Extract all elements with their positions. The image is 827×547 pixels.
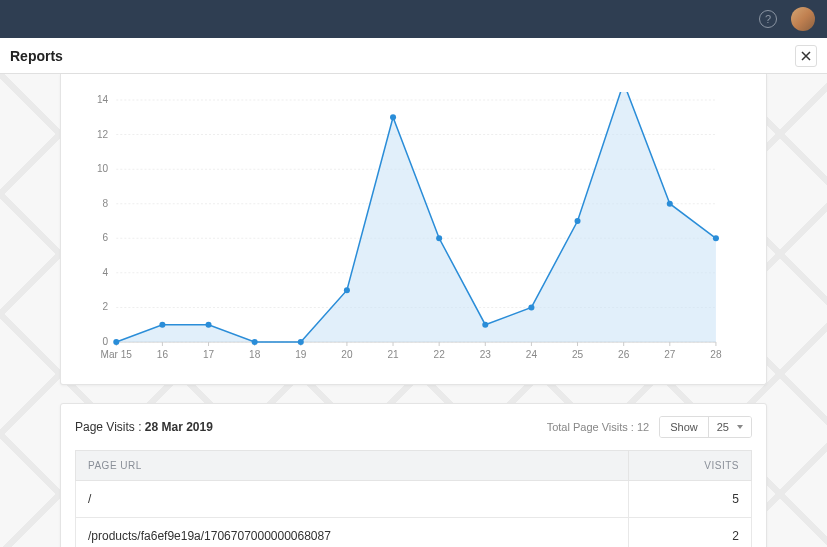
cell-url: /products/fa6ef9e19a/1706707000000068087 (76, 518, 629, 548)
total-visits-label: Total Page Visits : 12 (547, 421, 650, 433)
svg-point-48 (252, 339, 258, 345)
svg-text:16: 16 (157, 349, 169, 360)
help-glyph: ? (765, 13, 771, 25)
svg-text:4: 4 (103, 267, 109, 278)
visits-controls: Total Page Visits : 12 Show 25 (547, 416, 752, 438)
cell-visits: 5 (628, 481, 751, 518)
svg-point-57 (667, 201, 673, 207)
show-button[interactable]: Show (660, 417, 709, 437)
pagesize-value: 25 (717, 421, 729, 433)
topbar: ? (0, 0, 827, 38)
svg-text:18: 18 (249, 349, 261, 360)
avatar[interactable] (791, 7, 815, 31)
svg-text:0: 0 (103, 336, 109, 347)
chart-card: 02468101214Mar 1516171819202122232425262… (60, 74, 767, 385)
page-title: Reports (10, 48, 63, 64)
svg-point-45 (113, 339, 119, 345)
total-value: 12 (637, 421, 649, 433)
cell-visits: 2 (628, 518, 751, 548)
table-row[interactable]: /5 (76, 481, 752, 518)
visits-card: Page Visits : 28 Mar 2019 Total Page Vis… (60, 403, 767, 547)
svg-text:23: 23 (480, 349, 492, 360)
col-url: PAGE URL (76, 451, 629, 481)
svg-text:28: 28 (710, 349, 722, 360)
svg-text:14: 14 (97, 94, 109, 105)
visits-date: 28 Mar 2019 (145, 420, 213, 434)
cell-url: / (76, 481, 629, 518)
total-label: Total Page Visits : (547, 421, 634, 433)
svg-point-49 (298, 339, 304, 345)
titlebar: Reports (0, 38, 827, 74)
chart-wrap: 02468101214Mar 1516171819202122232425262… (81, 92, 726, 370)
pagesize-select[interactable]: 25 (709, 417, 751, 437)
svg-text:24: 24 (526, 349, 538, 360)
help-icon[interactable]: ? (759, 10, 777, 28)
svg-point-50 (344, 287, 350, 293)
visits-table: PAGE URL VISITS /5/products/fa6ef9e19a/1… (75, 450, 752, 547)
svg-text:Mar 15: Mar 15 (101, 349, 133, 360)
svg-text:20: 20 (341, 349, 353, 360)
svg-text:25: 25 (572, 349, 584, 360)
svg-point-55 (575, 218, 581, 224)
visits-area-chart: 02468101214Mar 1516171819202122232425262… (81, 92, 726, 370)
svg-point-46 (159, 322, 165, 328)
close-icon (801, 51, 811, 61)
svg-text:22: 22 (434, 349, 446, 360)
chevron-down-icon (737, 425, 743, 429)
svg-point-47 (206, 322, 212, 328)
svg-point-51 (390, 114, 396, 120)
svg-text:10: 10 (97, 163, 109, 174)
svg-text:19: 19 (295, 349, 307, 360)
svg-point-54 (528, 304, 534, 310)
svg-text:6: 6 (103, 232, 109, 243)
svg-text:8: 8 (103, 198, 109, 209)
svg-point-58 (713, 235, 719, 241)
visits-label: Page Visits : (75, 420, 141, 434)
svg-text:21: 21 (387, 349, 399, 360)
col-visits: VISITS (628, 451, 751, 481)
table-row[interactable]: /products/fa6ef9e19a/1706707000000068087… (76, 518, 752, 548)
visits-title: Page Visits : 28 Mar 2019 (75, 420, 213, 434)
svg-point-53 (482, 322, 488, 328)
svg-text:12: 12 (97, 129, 109, 140)
pagesize-control: Show 25 (659, 416, 752, 438)
svg-text:17: 17 (203, 349, 215, 360)
svg-text:2: 2 (103, 301, 109, 312)
svg-text:26: 26 (618, 349, 630, 360)
visits-header: Page Visits : 28 Mar 2019 Total Page Vis… (61, 404, 766, 450)
close-button[interactable] (795, 45, 817, 67)
content: 02468101214Mar 1516171819202122232425262… (0, 74, 827, 547)
svg-point-52 (436, 235, 442, 241)
svg-text:27: 27 (664, 349, 676, 360)
